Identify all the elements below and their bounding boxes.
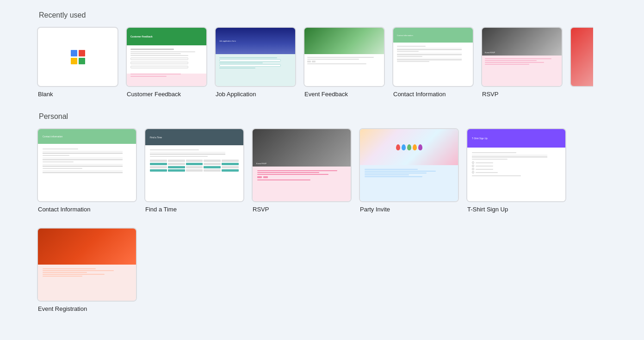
- template-rsvp-recent[interactable]: Event RSVP RSVP: [481, 27, 563, 98]
- customer-feedback-thumbnail: Customer Feedback: [126, 27, 207, 87]
- template-rsvp-personal[interactable]: Event RSVP: [252, 128, 352, 213]
- rsvp-personal-label: RSVP: [253, 206, 352, 213]
- job-application-label: Job Application: [216, 91, 296, 98]
- personal-title: Personal: [39, 112, 607, 121]
- template-partial: [570, 27, 593, 98]
- event-feedback-thumbnail: [303, 27, 385, 87]
- template-blank[interactable]: Blank: [37, 27, 118, 98]
- personal-section: Personal Contact information: [37, 112, 607, 312]
- blank-label: Blank: [38, 91, 118, 98]
- rsvp-recent-label: RSVP: [482, 91, 563, 98]
- party-invite-label: Party Invite: [360, 206, 459, 213]
- rsvp-personal-thumbnail: Event RSVP: [252, 128, 352, 202]
- template-find-a-time[interactable]: Find a Time: [144, 128, 244, 213]
- event-feedback-label: Event Feedback: [304, 91, 385, 98]
- job-application-thumbnail: Job application form: [215, 27, 296, 87]
- template-party-invite[interactable]: Party Invite: [359, 128, 459, 213]
- event-registration-label: Event Registration: [38, 305, 137, 312]
- template-contact-info-personal[interactable]: Contact information: [37, 128, 137, 213]
- find-a-time-label: Find a Time: [145, 206, 244, 213]
- personal-row: Contact information: [37, 128, 607, 312]
- recently-used-row: Blank Customer Feedback: [37, 27, 607, 98]
- find-a-time-thumbnail: Find a Time: [144, 128, 244, 202]
- template-tshirt-signup[interactable]: T-Shirt Sign Up: [466, 128, 566, 213]
- contact-info-personal-label: Contact Information: [38, 206, 137, 213]
- contact-info-recent-thumbnail: Contact information: [392, 27, 474, 87]
- tshirt-signup-label: T-Shirt Sign Up: [467, 206, 566, 213]
- template-contact-info-recent[interactable]: Contact information Contact: [392, 27, 474, 98]
- template-customer-feedback[interactable]: Customer Feedback: [126, 27, 207, 98]
- tshirt-signup-thumbnail: T-Shirt Sign Up: [466, 128, 566, 202]
- template-event-registration[interactable]: Event Registration: [37, 228, 137, 312]
- party-invite-thumbnail: [359, 128, 459, 202]
- blank-thumbnail: [37, 27, 118, 87]
- template-event-feedback[interactable]: Event Feedback: [303, 27, 385, 98]
- recently-used-section: Recently used: [37, 11, 607, 98]
- rsvp-recent-thumbnail: Event RSVP: [481, 27, 563, 87]
- contact-info-personal-thumbnail: Contact information: [37, 128, 137, 202]
- recently-used-title: Recently used: [39, 11, 607, 19]
- partial-thumbnail: [570, 27, 593, 87]
- template-job-application[interactable]: Job application form Job Application: [215, 27, 296, 98]
- contact-info-recent-label: Contact Information: [393, 91, 474, 98]
- event-registration-thumbnail: [37, 228, 137, 302]
- main-page: Recently used: [0, 0, 644, 340]
- customer-feedback-label: Customer Feedback: [127, 91, 207, 98]
